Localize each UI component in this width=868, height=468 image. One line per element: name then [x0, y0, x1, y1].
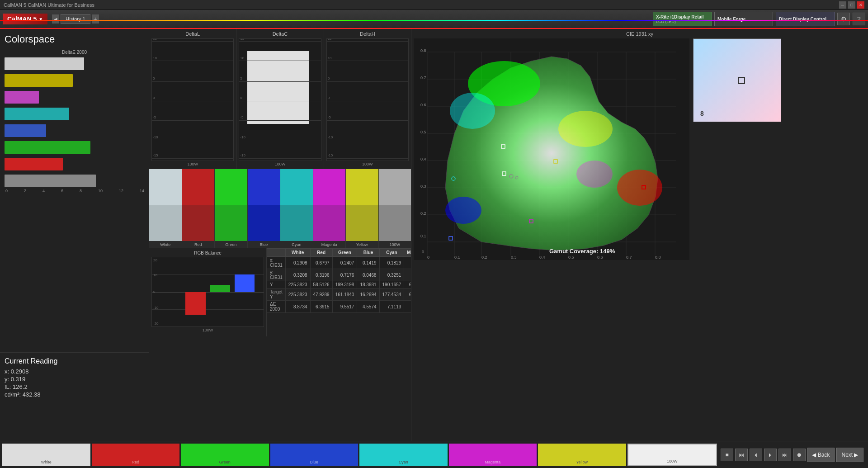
rgb-green-bar [210, 285, 230, 292]
grid-label: 10 [328, 56, 332, 60]
swatch-blue: Blue [248, 169, 281, 248]
bar-row-yellow [5, 73, 144, 88]
svg-text:0.6: 0.6 [420, 103, 426, 107]
delta-h-title: DeltaH [326, 31, 409, 37]
table-cell: 4.5574 [357, 301, 379, 313]
minimize-button[interactable]: ─ [839, 1, 846, 9]
swatch-name-magenta: Magenta [313, 241, 346, 248]
ctrl-record-button[interactable]: ⏺ [793, 449, 806, 461]
svg-point-43 [576, 161, 613, 188]
bar-fill-white [5, 57, 84, 70]
delta-h-inner: 151050-5-10-15 [326, 38, 409, 161]
svg-text:0.8: 0.8 [655, 255, 661, 260]
swatch-name-green: Green [215, 241, 247, 248]
next-button[interactable]: Next ▶ [836, 448, 863, 462]
cr-fl: fL: 126.2 [5, 383, 144, 390]
grid-label: 15 [153, 38, 157, 41]
swatch-target-100w [379, 205, 411, 241]
device3-dropdown[interactable]: Direct Display Control [776, 12, 835, 26]
grid-label: 0 [240, 96, 242, 100]
swatch-actual-blue [248, 169, 280, 205]
grid-line [152, 158, 233, 159]
swatch-name-100w: 100W [379, 241, 411, 248]
bar-row-magenta [5, 90, 144, 104]
color-btn-white[interactable]: White [2, 444, 90, 466]
table-row: Target Y225.382347.9289161.184016.269417… [267, 288, 411, 301]
svg-text:0.7: 0.7 [420, 76, 426, 80]
grid-line [327, 158, 408, 159]
logo-button[interactable]: CalMAN 5 ▼ [3, 14, 47, 24]
color-btn-blue[interactable]: Blue [270, 444, 359, 466]
grid-label: 0 [153, 96, 155, 100]
color-btn-100w[interactable]: 100W [627, 444, 717, 466]
ctrl-square-button[interactable]: ■ [721, 449, 733, 461]
svg-text:0.2: 0.2 [481, 255, 487, 260]
ctrl-skip-start-button[interactable]: ⏮ [735, 449, 748, 461]
grid-label: 15 [240, 38, 244, 41]
grid-label: -5 [153, 115, 156, 119]
rgb-x-label: 100W [151, 328, 264, 332]
color-btn-green[interactable]: Green [181, 444, 269, 466]
swatch-red: Red [182, 169, 215, 248]
main-content: Colorspace DeltaE 2000 0 2 4 6 8 10 12 1… [0, 29, 868, 441]
swatch-name-red: Red [182, 241, 215, 248]
table-cell: Y [267, 281, 286, 288]
ctrl-skip-end-button[interactable]: ⏭ [778, 449, 791, 461]
table-row: x: CIE310.29080.67970.24070.14190.18290.… [267, 257, 411, 269]
tab-prev-button[interactable]: ◀ [52, 14, 59, 24]
grid-line [327, 61, 408, 61]
svg-text:0.3: 0.3 [511, 255, 517, 260]
current-reading-title: Current Reading [5, 357, 144, 365]
table-cell: 16.2694 [357, 288, 379, 301]
svg-text:0.5: 0.5 [568, 255, 574, 260]
grid-line [327, 140, 408, 140]
device1-dropdown[interactable]: X-Rite i1Display Retail LCD (LED) [653, 12, 712, 26]
grid-line [239, 158, 321, 159]
grid-line [327, 81, 408, 82]
swatch-actual-red [182, 169, 215, 205]
cr-x: x: 0.2908 [5, 368, 144, 375]
grid-label: -15 [153, 153, 158, 157]
color-btn-magenta[interactable]: Magenta [449, 444, 537, 466]
grid-line [327, 120, 408, 121]
table-cell: 18.3681 [357, 281, 379, 288]
device2-dropdown[interactable]: Mobile Forge [714, 12, 773, 26]
table-cell: 0.1330 [404, 269, 411, 281]
svg-text:0.4: 0.4 [420, 157, 426, 161]
grid-line [327, 101, 408, 101]
swatch-target-white [149, 205, 182, 241]
bar-fill-magenta [5, 91, 39, 104]
table-cell: 9.5517 [332, 301, 357, 313]
bar-row-100w [5, 174, 144, 188]
close-button[interactable]: ✕ [857, 1, 864, 9]
color-btn-red[interactable]: Red [92, 444, 180, 466]
cr-cdm2: cd/m²: 432.38 [5, 391, 144, 398]
table-cell: ΔE 2000 [267, 301, 286, 313]
table-header-blue: Blue [357, 249, 379, 257]
bar-fill-blue [5, 124, 46, 137]
grid-line [327, 41, 408, 42]
grid-label: -15 [240, 153, 245, 157]
history-tab[interactable]: History 1 [61, 14, 90, 24]
grid-label: -5 [240, 115, 243, 119]
color-btn-cyan[interactable]: Cyan [359, 444, 448, 466]
table-cell: 0.7176 [332, 269, 357, 281]
swatch-actual-cyan [280, 169, 313, 205]
ctrl-next-button[interactable]: ⏵ [764, 449, 777, 461]
add-tab-button[interactable]: + [92, 14, 99, 24]
help-button[interactable]: ? [853, 13, 865, 25]
data-table: WhiteRedGreenBlueCyanMagentaYellow100Wx:… [267, 248, 411, 313]
titlebar-controls: ─ □ ✕ [839, 1, 864, 9]
toolbar: CalMAN 5 ▼ ◀ History 1 + X-Rite i1Displa… [0, 10, 868, 29]
settings-button[interactable]: ⚙ [837, 13, 850, 25]
current-reading-panel: Current Reading x: 0.2908 y: 0.319 fL: 1… [0, 353, 149, 441]
table-cell: 177.4534 [379, 288, 404, 301]
table-cell: 0.2407 [332, 257, 357, 269]
grid-label: 5 [153, 76, 155, 80]
ctrl-prev-button[interactable]: ⏴ [750, 449, 762, 461]
svg-text:0.8: 0.8 [420, 48, 426, 53]
color-btn-yellow[interactable]: Yellow [538, 444, 626, 466]
back-button[interactable]: ◀ Back [807, 448, 835, 462]
restore-button[interactable]: □ [848, 1, 855, 9]
delta-c-chart: DeltaC 151050-5-10-15 100W [236, 29, 324, 169]
